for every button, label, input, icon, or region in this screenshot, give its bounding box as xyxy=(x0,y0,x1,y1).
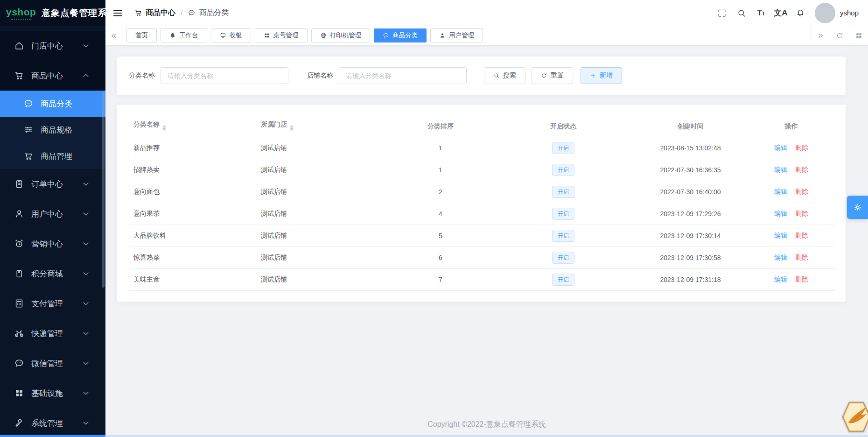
column-label: 分类名称 xyxy=(133,120,160,128)
tab-goods-category[interactable]: 商品分类 xyxy=(374,28,427,42)
tabs-scroll-right-icon[interactable] xyxy=(811,26,830,45)
delete-link[interactable]: 删除 xyxy=(795,144,808,151)
edit-link[interactable]: 编辑 xyxy=(774,254,787,261)
column-header-3: 开启状态 xyxy=(493,116,633,137)
delete-link[interactable]: 删除 xyxy=(795,188,808,195)
status-badge[interactable]: 开启 xyxy=(552,164,574,176)
delete-link[interactable]: 删除 xyxy=(795,232,808,239)
table-row: 意向果茶测试店铺4开启2023-12-09 17:29:26编辑删除 xyxy=(129,203,835,225)
search-icon[interactable] xyxy=(732,0,751,26)
order-icon xyxy=(14,179,24,189)
font-size-icon[interactable]: TT xyxy=(751,0,771,26)
edit-link[interactable]: 编辑 xyxy=(774,188,787,195)
chat-icon xyxy=(14,358,24,368)
sidebar-item-express-manage[interactable]: 快递管理 xyxy=(0,318,105,348)
bird-badge-icon[interactable] xyxy=(841,401,868,433)
edit-link[interactable]: 编辑 xyxy=(774,144,787,151)
cell-status: 开启 xyxy=(493,268,633,290)
delete-link[interactable]: 删除 xyxy=(795,275,808,283)
sidebar-item-label: 商品中心 xyxy=(31,70,81,81)
column-header-0[interactable]: 分类名称 xyxy=(129,116,256,137)
search-button[interactable]: 搜索 xyxy=(484,67,525,84)
breadcrumb-item[interactable]: 商品分类 xyxy=(188,8,229,18)
cell-category-name: 惊喜热菜 xyxy=(129,247,256,268)
tab-bar: 首页工作台收银桌号管理打印机管理商品分类用户管理 xyxy=(105,26,868,45)
cell-actions: 编辑删除 xyxy=(748,181,835,203)
status-badge[interactable]: 开启 xyxy=(552,274,574,286)
tab-printer-manage[interactable]: 打印机管理 xyxy=(311,28,371,42)
sidebar-item-user-center[interactable]: 用户中心 xyxy=(0,199,105,229)
menu-collapse-icon[interactable] xyxy=(112,7,123,19)
status-badge[interactable]: 开启 xyxy=(552,252,574,264)
cell-actions: 编辑删除 xyxy=(748,137,835,159)
sidebar-horizontal-scrollbar[interactable] xyxy=(0,435,105,437)
tabs-scroll-left-icon[interactable] xyxy=(105,26,122,45)
status-badge[interactable]: 开启 xyxy=(552,186,574,198)
gavel-icon xyxy=(14,418,24,428)
tab-options-grid-icon[interactable] xyxy=(849,26,868,45)
table-row: 大品牌饮料测试店铺5开启2023-12-09 17:30:14编辑删除 xyxy=(129,225,835,247)
sidebar-item-store-center[interactable]: 门店中心 xyxy=(0,31,105,61)
sidebar-item-goods-category[interactable]: 商品分类 xyxy=(0,91,105,117)
sidebar-item-wechat-manage[interactable]: 微信管理 xyxy=(0,348,105,378)
sidebar-item-infrastructure[interactable]: 基础设施 xyxy=(0,378,105,408)
page-content: 分类名称 店铺名称 搜索 重置 新增 xyxy=(105,46,868,437)
reset-button[interactable]: 重置 xyxy=(532,67,573,84)
sidebar-item-order-center[interactable]: 订单中心 xyxy=(0,169,105,199)
add-button[interactable]: 新增 xyxy=(581,67,622,84)
breadcrumb-separator: / xyxy=(181,9,182,17)
sidebar-item-payment-manage[interactable]: 支付管理 xyxy=(0,289,105,318)
delete-link[interactable]: 删除 xyxy=(795,210,808,217)
bell-icon[interactable] xyxy=(791,0,810,26)
status-badge[interactable]: 开启 xyxy=(552,142,574,154)
tab-table-manage[interactable]: 桌号管理 xyxy=(255,28,308,42)
breadcrumb-item[interactable]: 商品中心 xyxy=(134,8,175,18)
column-header-1[interactable]: 所属门店 xyxy=(256,116,388,137)
sort-carets-icon[interactable] xyxy=(162,123,166,133)
fullscreen-icon[interactable] xyxy=(712,0,732,26)
delete-link[interactable]: 删除 xyxy=(795,166,808,173)
translate-icon[interactable]: 文A xyxy=(771,0,791,26)
sidebar-item-goods-spec[interactable]: 商品规格 xyxy=(0,117,105,143)
cell-status: 开启 xyxy=(493,181,633,203)
shop-name-input[interactable] xyxy=(339,67,467,84)
sidebar-item-system-manage[interactable]: 系统管理 xyxy=(0,408,105,437)
sidebar-item-points-mall[interactable]: 积分商城 xyxy=(0,259,105,289)
settings-panel-button[interactable] xyxy=(847,196,868,219)
sidebar-item-goods-manage[interactable]: 商品管理 xyxy=(0,143,105,169)
edit-link[interactable]: 编辑 xyxy=(774,166,787,173)
status-badge[interactable]: 开启 xyxy=(552,230,574,242)
cell-sort-order: 1 xyxy=(388,137,493,159)
delete-link[interactable]: 删除 xyxy=(795,254,808,261)
sidebar-submenu: 商品分类商品规格商品管理 xyxy=(0,91,105,169)
sidebar-item-marketing-center[interactable]: 营销中心 xyxy=(0,229,105,259)
cell-status: 开启 xyxy=(493,159,633,181)
chat-icon xyxy=(23,99,34,109)
cell-created-time: 2023-12-09 17:29:26 xyxy=(633,203,748,225)
status-badge[interactable]: 开启 xyxy=(552,208,574,220)
edit-link[interactable]: 编辑 xyxy=(774,232,787,239)
column-label: 开启状态 xyxy=(550,122,576,130)
main-horizontal-scrollbar[interactable] xyxy=(105,435,868,437)
cart-icon xyxy=(23,151,34,161)
cell-store: 测试店铺 xyxy=(256,137,388,159)
user-name[interactable]: yshop xyxy=(840,9,859,17)
chat-icon xyxy=(188,9,196,17)
sidebar-scrollbar-thumb[interactable] xyxy=(102,92,105,288)
sort-carets-icon[interactable] xyxy=(290,123,294,133)
chevron-down-icon xyxy=(81,268,91,279)
grid-icon xyxy=(14,388,24,398)
avatar[interactable] xyxy=(815,3,835,23)
category-name-input[interactable] xyxy=(161,67,288,84)
edit-link[interactable]: 编辑 xyxy=(774,275,787,283)
refresh-icon[interactable] xyxy=(830,26,849,45)
tab-label: 桌号管理 xyxy=(273,31,299,40)
tab-workbench[interactable]: 工作台 xyxy=(161,28,207,42)
edit-link[interactable]: 编辑 xyxy=(774,210,787,217)
tab-home[interactable]: 首页 xyxy=(126,28,157,42)
sidebar-item-label: 系统管理 xyxy=(31,418,81,429)
tab-user-manage[interactable]: 用户管理 xyxy=(430,28,483,42)
sidebar-item-goods-center[interactable]: 商品中心 xyxy=(0,61,105,91)
tab-cashier[interactable]: 收银 xyxy=(211,28,251,42)
sidebar: yshop 意象点餐管理系统 门店中心商品中心商品分类商品规格商品管理订单中心用… xyxy=(0,0,105,437)
